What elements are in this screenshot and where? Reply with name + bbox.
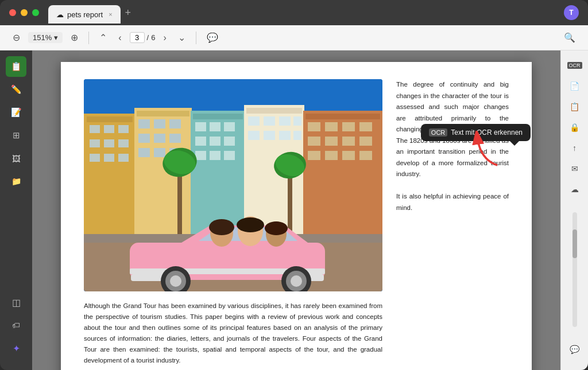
svg-rect-68 xyxy=(131,274,165,281)
svg-rect-16 xyxy=(169,119,181,128)
svg-rect-21 xyxy=(154,148,165,157)
pdf-page: OCR Text mit OCR erkennen xyxy=(61,62,532,370)
svg-rect-17 xyxy=(138,134,150,143)
cloud-icon: ☁ xyxy=(571,185,579,194)
right-sidebar-ocr-btn[interactable]: OCR xyxy=(566,56,584,75)
street-scene-svg xyxy=(84,79,382,291)
scrollbar-thumb[interactable] xyxy=(572,229,577,258)
svg-rect-5 xyxy=(118,125,129,133)
svg-rect-55 xyxy=(325,151,338,160)
right-sidebar-lock-btn[interactable]: 🔒 xyxy=(566,118,584,137)
photo-block xyxy=(84,79,382,291)
user-avatar[interactable]: T xyxy=(564,5,579,20)
sidebar-item-table[interactable]: ⊞ xyxy=(6,125,26,146)
doc-sidebar-icon: 📄 xyxy=(570,81,579,91)
zoom-out-button[interactable]: ⊖ xyxy=(9,30,24,45)
svg-rect-3 xyxy=(90,125,100,133)
minimize-button[interactable] xyxy=(21,9,28,16)
image-icon: 🖼 xyxy=(12,154,21,163)
page-content: Although the Grand Tour has been examine… xyxy=(84,79,509,366)
svg-point-75 xyxy=(291,275,302,287)
svg-rect-30 xyxy=(224,137,235,146)
ocr-arrow-svg xyxy=(469,131,503,171)
nav-last-button[interactable]: ⌄ xyxy=(175,30,189,45)
ocr-sidebar-icon: OCR xyxy=(567,62,582,69)
right-sidebar-chat-btn[interactable]: 💬 xyxy=(566,340,584,359)
zoom-display[interactable]: 151% ▾ xyxy=(28,32,63,43)
nav-prev-icon: ‹ xyxy=(118,33,121,43)
right-sidebar-doc-btn[interactable]: 📄 xyxy=(566,77,584,95)
right-sidebar-convert-btn[interactable]: 📋 xyxy=(566,98,584,116)
sidebar-bottom: ◫ 🏷 ✦ xyxy=(6,292,26,364)
tab-label: pets report xyxy=(67,10,103,19)
nav-last-icon: ⌄ xyxy=(178,32,185,43)
svg-point-80 xyxy=(237,217,264,232)
svg-rect-20 xyxy=(138,148,150,157)
tab-doc-icon: ☁ xyxy=(56,10,64,19)
mail-icon: ✉ xyxy=(571,164,578,173)
right-sidebar: OCR 📄 📋 🔒 ↑ ✉ ☁ 💬 xyxy=(560,50,588,370)
svg-rect-31 xyxy=(195,151,206,160)
comment-icon: 💬 xyxy=(207,32,218,43)
right-sidebar-mail-btn[interactable]: ✉ xyxy=(566,159,584,178)
sidebar-item-folder[interactable]: 📁 xyxy=(6,171,26,192)
zoom-dropdown-icon: ▾ xyxy=(54,33,58,42)
sidebar-item-ai[interactable]: ✦ xyxy=(6,338,26,359)
main-layout: 📋 ✏️ 📝 ⊞ 🖼 📁 ◫ 🏷 ✦ xyxy=(0,50,588,370)
ocr-arrow-container xyxy=(469,131,503,173)
page-indicator: / 6 xyxy=(130,32,156,43)
scrollbar[interactable] xyxy=(572,212,577,327)
new-tab-button[interactable]: + xyxy=(125,7,131,18)
svg-rect-35 xyxy=(246,108,302,114)
svg-rect-57 xyxy=(359,151,372,160)
sidebar-item-edit[interactable]: ✏️ xyxy=(6,79,26,100)
svg-rect-36 xyxy=(248,116,260,126)
edit-icon: ✏️ xyxy=(11,84,22,95)
svg-rect-29 xyxy=(210,137,220,146)
comment-button[interactable]: 💬 xyxy=(203,30,222,45)
sidebar-item-layers[interactable]: ◫ xyxy=(6,292,26,313)
zoom-in-button[interactable]: ⊕ xyxy=(67,30,82,45)
document-icon: 📋 xyxy=(11,61,22,72)
sidebar-item-document[interactable]: 📋 xyxy=(6,56,26,77)
svg-rect-37 xyxy=(264,116,275,126)
page-number-input[interactable] xyxy=(130,32,145,43)
svg-rect-54 xyxy=(308,151,320,160)
nav-first-button[interactable]: ⌃ xyxy=(96,30,110,45)
ai-icon: ✦ xyxy=(13,343,20,354)
tab-close-button[interactable]: × xyxy=(109,11,112,18)
right-sidebar-cloud-btn[interactable]: ☁ xyxy=(566,180,584,198)
nav-next-button[interactable]: › xyxy=(160,30,169,45)
svg-rect-9 xyxy=(90,154,100,162)
zoom-minus-icon: ⊖ xyxy=(13,32,20,43)
svg-rect-40 xyxy=(248,131,260,140)
traffic-lights xyxy=(9,9,39,16)
svg-rect-26 xyxy=(210,122,220,131)
sidebar-item-bookmark[interactable]: 🏷 xyxy=(6,315,26,336)
sidebar-item-annotate[interactable]: 📝 xyxy=(6,102,26,123)
active-tab[interactable]: ☁ pets report × xyxy=(48,5,121,24)
svg-rect-42 xyxy=(279,131,291,140)
svg-rect-52 xyxy=(342,137,355,146)
svg-rect-13 xyxy=(137,111,189,116)
svg-rect-10 xyxy=(104,154,114,162)
right-sidebar-share-btn[interactable]: ↑ xyxy=(566,139,584,157)
divider-2 xyxy=(196,32,196,44)
svg-rect-38 xyxy=(279,116,291,126)
maximize-button[interactable] xyxy=(32,9,39,16)
nav-first-icon: ⌃ xyxy=(99,32,107,43)
nav-prev-button[interactable]: ‹ xyxy=(115,30,125,45)
sidebar-item-image[interactable]: 🖼 xyxy=(6,148,26,169)
page-sep: / xyxy=(147,33,149,42)
divider-1 xyxy=(88,32,89,44)
layers-icon: ◫ xyxy=(12,297,21,308)
svg-rect-4 xyxy=(104,125,114,133)
svg-rect-28 xyxy=(195,137,206,146)
close-button[interactable] xyxy=(9,9,16,16)
right-column: The degree of continuity and big changes… xyxy=(396,79,509,366)
search-button[interactable]: 🔍 xyxy=(560,30,579,45)
page-total: 6 xyxy=(151,33,155,42)
search-icon: 🔍 xyxy=(564,32,575,43)
svg-rect-41 xyxy=(264,131,275,140)
svg-rect-49 xyxy=(359,122,372,131)
